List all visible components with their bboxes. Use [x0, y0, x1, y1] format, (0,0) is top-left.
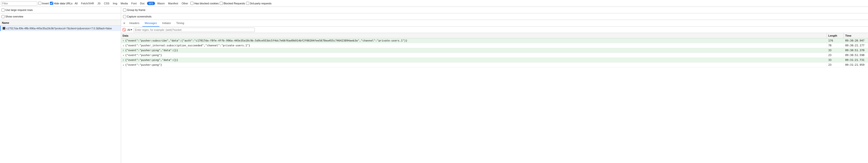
show-overview-label[interactable]: Show overview [1, 15, 23, 18]
name-header: Name [0, 20, 121, 26]
receive-arrow-icon: ↓ [123, 54, 124, 57]
message-length-cell: 33 [827, 58, 844, 62]
invert-checkbox[interactable] [38, 2, 41, 5]
right-panel: ✕ Headers Messages Initiator Timing 🚫 Al… [121, 20, 868, 163]
message-row[interactable]: ↓ {"event":"pusher:pong"} 23 09:31:21.95… [121, 62, 868, 67]
message-row[interactable]: ↓ {"event":"pusher:pong"} 23 09:30:51.59… [121, 53, 868, 58]
message-data-cell: ↓ {"event":"pusher:pong"} [121, 62, 827, 67]
receive-arrow-icon: ↓ [123, 63, 124, 66]
ws-icon: ⬛ [2, 27, 5, 30]
filter-font-btn[interactable]: Font [130, 2, 138, 5]
toolbar-row1: Invert Hide data URLs All Fetch/XHR JS C… [0, 0, 868, 7]
message-data-cell: ↓ {"event":"pusher_internal:subscription… [121, 43, 827, 48]
name-header-label: Name [2, 21, 9, 24]
group-by-frame-checkbox[interactable] [123, 8, 126, 11]
dropdown-icon: ▾ [131, 28, 132, 31]
blocked-requests-text: Blocked Requests [223, 2, 245, 5]
message-data-cell: ↑ {"event":"pusher:subscribe","data":{"a… [121, 38, 827, 43]
use-large-rows-label[interactable]: Use large request rows [1, 8, 33, 11]
message-data-text: {"event":"pusher:ping","data":{}} [125, 49, 178, 52]
has-blocked-cookies-text: Has blocked cookies [194, 2, 219, 5]
tab-headers[interactable]: Headers [127, 20, 142, 27]
message-row[interactable]: ↑ {"event":"pusher:ping","data":{}} 33 0… [121, 58, 868, 62]
message-row[interactable]: ↑ {"event":"pusher:ping","data":{}} 33 0… [121, 48, 868, 53]
filter-manifest-btn[interactable]: Manifest [167, 2, 180, 5]
regex-filter-input[interactable] [134, 28, 255, 32]
message-length-cell: 23 [827, 62, 844, 67]
has-blocked-cookies-checkbox[interactable] [190, 2, 193, 5]
message-time-cell: 09:31:21.959 [844, 62, 868, 67]
hide-data-urls-checkbox-label[interactable]: Hide data URLs [50, 2, 73, 5]
blocked-requests-label[interactable]: Blocked Requests [220, 2, 245, 5]
message-time-cell: 09:30:21.177 [844, 43, 868, 48]
request-row[interactable]: ⬛ c17017da-f0fe-4ffb-996a-445e35a18c9b?p… [0, 26, 121, 31]
message-length-cell: 33 [827, 48, 844, 53]
message-time-cell: 09:31:21.731 [844, 58, 868, 62]
capture-screenshots-checkbox[interactable] [123, 15, 126, 18]
show-overview-checkbox[interactable] [1, 15, 5, 18]
message-rows-container: ↑ {"event":"pusher:subscribe","data":{"a… [121, 38, 868, 67]
block-icon: 🚫 [122, 28, 126, 31]
filter-img-btn[interactable]: Img [112, 2, 118, 5]
filter-input[interactable] [1, 1, 37, 6]
group-by-frame-text: Group by frame [127, 8, 145, 11]
send-arrow-icon: ↑ [123, 58, 124, 62]
main-container: Name ⬛ c17017da-f0fe-4ffb-996a-445e35a18… [0, 20, 868, 163]
message-data-text: {"event":"pusher_internal:subscription_s… [125, 44, 250, 47]
blocked-requests-checkbox[interactable] [220, 2, 223, 5]
filter-js-btn[interactable]: JS [96, 2, 102, 5]
row2-left: Use large request rows [0, 7, 121, 13]
message-time-cell: 09:30:51.370 [844, 48, 868, 53]
filter-other-btn[interactable]: Other [180, 2, 190, 5]
messages-table: Data Length Time ↑ {"event":"pusher:subs… [121, 33, 868, 163]
hide-data-urls-checkbox[interactable] [50, 2, 53, 5]
send-arrow-icon: ↑ [123, 39, 124, 42]
third-party-requests-text: 3rd-party requests [250, 2, 272, 5]
col-header-length: Length [827, 33, 844, 38]
message-data-cell: ↑ {"event":"pusher:ping","data":{}} [121, 48, 827, 53]
tab-initiator[interactable]: Initiator [160, 20, 174, 27]
tab-messages[interactable]: Messages [143, 20, 159, 27]
send-arrow-icon: ↑ [123, 49, 124, 52]
show-overview-text: Show overview [5, 15, 23, 18]
filter-fetch-xhr-btn[interactable]: Fetch/XHR [80, 2, 95, 5]
invert-checkbox-label[interactable]: Invert [38, 2, 49, 5]
tabs-row: ✕ Headers Messages Initiator Timing [121, 20, 868, 27]
message-data-cell: ↑ {"event":"pusher:ping","data":{}} [121, 58, 827, 62]
all-filter-label: All [127, 28, 130, 31]
message-data-text: {"event":"pusher:pong"} [125, 54, 162, 57]
messages-table-header: Data Length Time [121, 33, 868, 38]
hide-data-urls-label: Hide data URLs [54, 2, 73, 5]
filter-css-btn[interactable]: CSS [103, 2, 111, 5]
filter-all-btn[interactable]: All [73, 2, 79, 5]
row3-left: Show overview [0, 13, 121, 20]
message-length-cell: 78 [827, 43, 844, 48]
capture-screenshots-text: Capture screenshots [127, 15, 152, 18]
messages-filter-row: 🚫 All ▾ [121, 27, 868, 33]
use-large-rows-checkbox[interactable] [1, 8, 5, 11]
group-by-frame-label[interactable]: Group by frame [123, 8, 145, 11]
filter-doc-btn[interactable]: Doc [139, 2, 146, 5]
message-data-cell: ↓ {"event":"pusher:pong"} [121, 53, 827, 57]
message-length-cell: 176 [827, 38, 844, 43]
row3-right: Capture screenshots [121, 13, 868, 20]
filter-ws-btn[interactable]: WS [147, 2, 155, 5]
third-party-requests-checkbox[interactable] [246, 2, 249, 5]
receive-arrow-icon: ↓ [123, 44, 124, 47]
capture-screenshots-label[interactable]: Capture screenshots [123, 15, 152, 18]
all-filter-button[interactable]: All ▾ [127, 28, 133, 31]
message-data-text: {"event":"pusher:ping","data":{}} [125, 58, 178, 62]
message-row[interactable]: ↑ {"event":"pusher:subscribe","data":{"a… [121, 38, 868, 43]
has-blocked-cookies-label[interactable]: Has blocked cookies [190, 2, 219, 5]
close-button[interactable]: ✕ [122, 21, 126, 25]
filter-media-btn[interactable]: Media [119, 2, 129, 5]
message-time-cell: 09:30:51.598 [844, 53, 868, 57]
tab-timing[interactable]: Timing [174, 20, 187, 27]
third-party-requests-label[interactable]: 3rd-party requests [246, 2, 272, 5]
filter-wasm-btn[interactable]: Wasm [156, 2, 166, 5]
use-large-rows-text: Use large request rows [5, 8, 33, 11]
message-row[interactable]: ↓ {"event":"pusher_internal:subscription… [121, 43, 868, 48]
request-name: c17017da-f0fe-4ffb-996a-445e35a18c9b?pro… [6, 27, 112, 30]
message-length-cell: 23 [827, 53, 844, 57]
col-header-data: Data [121, 33, 827, 38]
